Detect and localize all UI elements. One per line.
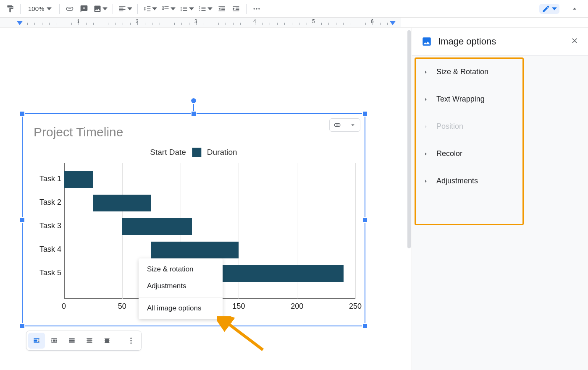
- resize-handle-br[interactable]: [363, 324, 367, 328]
- ctx-all-image-options[interactable]: All image options: [139, 300, 223, 317]
- zoom-dropdown[interactable]: 100%: [24, 2, 56, 16]
- pencil-icon: [542, 5, 550, 13]
- separator: [246, 4, 247, 14]
- image-icon: [421, 36, 432, 47]
- separator: [119, 335, 119, 347]
- more-horizontal-icon: [252, 5, 261, 13]
- editing-mode-button[interactable]: [539, 4, 559, 14]
- chevron-down-icon: [47, 6, 52, 11]
- sidebar-section-label: Recolor: [436, 149, 462, 158]
- more-button[interactable]: [250, 2, 263, 16]
- layout-more-button[interactable]: [123, 333, 139, 349]
- x-tick-label: 150: [232, 302, 245, 311]
- layout-inline-button[interactable]: [28, 333, 45, 349]
- indent-icon: [232, 5, 240, 13]
- sidebar-section-text-wrapping[interactable]: Text Wrapping: [412, 86, 588, 113]
- chart-legend: Start Date Duration: [150, 148, 237, 157]
- indent-button[interactable]: [229, 2, 243, 16]
- chart-link-button[interactable]: [330, 119, 345, 131]
- svg-rect-6: [69, 340, 74, 342]
- x-tick-label: 50: [118, 302, 126, 311]
- sidebar-section-position: Position: [412, 113, 588, 140]
- sidebar-body: Size & RotationText WrappingPositionReco…: [412, 56, 588, 370]
- paint-format-button[interactable]: [3, 2, 17, 16]
- chevron-right-icon: [423, 151, 429, 157]
- sidebar-section-label: Text Wrapping: [436, 95, 485, 104]
- resize-handle-ml[interactable]: [20, 218, 24, 222]
- close-icon: [570, 36, 579, 45]
- layout-front-button[interactable]: [99, 333, 116, 349]
- divider: [139, 297, 223, 297]
- separator: [137, 4, 138, 14]
- chevron-down-icon: [349, 121, 357, 129]
- line-spacing-button[interactable]: [141, 2, 159, 16]
- y-tick-label: Task 4: [29, 245, 61, 254]
- svg-point-11: [130, 342, 131, 344]
- sidebar-section-label: Adjustments: [436, 177, 478, 185]
- x-tick-label: 250: [349, 302, 362, 311]
- rotate-handle[interactable]: [191, 98, 196, 103]
- sidebar-section-recolor[interactable]: Recolor: [412, 140, 588, 167]
- comment-plus-icon: [80, 5, 88, 13]
- svg-rect-5: [53, 340, 56, 342]
- separator: [20, 4, 21, 14]
- y-tick-label: Task 5: [29, 268, 61, 277]
- svg-point-9: [130, 338, 131, 339]
- svg-point-10: [130, 340, 131, 341]
- sidebar-section-size-rotation[interactable]: Size & Rotation: [412, 58, 588, 86]
- chevron-right-icon: [423, 124, 429, 130]
- numbered-list-button[interactable]: [197, 2, 214, 16]
- image-icon: [93, 5, 102, 13]
- indent-left-handle[interactable]: [17, 21, 23, 25]
- ctx-size-rotation[interactable]: Size & rotation: [139, 261, 223, 278]
- zoom-value: 100%: [28, 5, 44, 12]
- bulleted-list-button[interactable]: [178, 2, 196, 16]
- legend-label-0: Start Date: [150, 148, 186, 157]
- add-comment-button[interactable]: [77, 2, 91, 16]
- resize-handle-tm[interactable]: [192, 112, 196, 116]
- layout-wrap-button[interactable]: [46, 333, 63, 349]
- ruler[interactable]: 123456: [0, 18, 588, 28]
- chevron-down-icon: [127, 6, 132, 11]
- resize-handle-tl[interactable]: [20, 112, 24, 116]
- chart-chip-toolbar: [329, 118, 360, 132]
- chart-bar: [64, 171, 93, 188]
- sidebar-title: Image options: [438, 36, 564, 47]
- document-canvas[interactable]: Project Timeline Start Date Duration 050…: [0, 28, 412, 370]
- insert-image-button[interactable]: [92, 2, 109, 16]
- chevron-down-icon: [552, 6, 557, 11]
- align-left-icon: [118, 5, 126, 13]
- image-layout-toolbar: [26, 331, 142, 351]
- toolbar: 100%: [0, 0, 588, 18]
- checklist-button[interactable]: [160, 2, 177, 16]
- scrollbar-thumb[interactable]: [407, 30, 411, 248]
- layout-behind-icon: [85, 336, 94, 345]
- collapse-toolbar-button[interactable]: [568, 2, 581, 16]
- checklist-icon: [161, 5, 170, 13]
- sidebar-header: Image options: [412, 28, 588, 56]
- ctx-adjustments[interactable]: Adjustments: [139, 278, 223, 294]
- resize-handle-bl[interactable]: [20, 324, 24, 328]
- chart-menu-button[interactable]: [345, 119, 360, 131]
- sidebar-section-label: Size & Rotation: [436, 68, 488, 76]
- insert-link-button[interactable]: [63, 2, 76, 16]
- sidebar-section-adjustments[interactable]: Adjustments: [412, 167, 588, 195]
- layout-front-icon: [103, 336, 111, 345]
- link-icon: [333, 121, 341, 129]
- y-tick-label: Task 1: [29, 175, 61, 183]
- separator: [113, 4, 113, 14]
- scrollbar[interactable]: [406, 28, 412, 370]
- line-spacing-icon: [143, 5, 151, 13]
- layout-break-button[interactable]: [63, 333, 80, 349]
- align-button[interactable]: [116, 2, 134, 16]
- sidebar-section-label: Position: [436, 122, 463, 131]
- resize-handle-tr[interactable]: [363, 112, 367, 116]
- svg-point-0: [254, 8, 255, 9]
- chevron-right-icon: [423, 96, 429, 102]
- indent-right-handle[interactable]: [390, 21, 396, 25]
- sidebar-close-button[interactable]: [570, 36, 579, 47]
- outdent-icon: [218, 5, 226, 13]
- layout-behind-button[interactable]: [81, 333, 98, 349]
- resize-handle-mr[interactable]: [363, 218, 367, 222]
- outdent-button[interactable]: [215, 2, 228, 16]
